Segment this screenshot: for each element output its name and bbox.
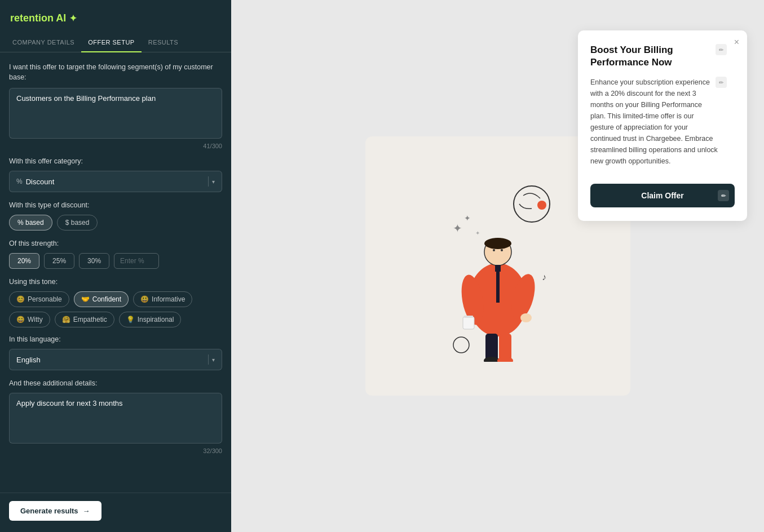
tone-label: Using this tone: (9, 278, 222, 286)
pencil-icon-3: ✏ (721, 193, 726, 199)
pencil-icon-2: ✏ (719, 79, 723, 86)
close-button[interactable]: × (734, 37, 739, 47)
category-chevron: ▾ (212, 179, 215, 185)
claim-btn-edit-icon[interactable]: ✏ (718, 190, 729, 201)
personable-label: Personable (28, 295, 62, 303)
category-dropdown[interactable]: % Discount ▾ (9, 171, 222, 192)
tab-results[interactable]: RESULTS (142, 33, 185, 52)
dropdown-divider (208, 176, 209, 187)
language-dropdown-divider (208, 354, 209, 365)
right-panel: ✏ ✦ ✦ ✦ ♪ (231, 0, 764, 532)
tone-witty-btn[interactable]: 😄 Witty (9, 312, 50, 327)
logo: retention AI ✦ (10, 12, 221, 24)
offer-title: Boost Your Billing Performance Now (590, 44, 719, 69)
form-area: I want this offer to target the followin… (0, 52, 231, 493)
witty-emoji: 😄 (16, 316, 25, 323)
logo-text: retention AI (10, 12, 66, 24)
pencil-icon: ✏ (719, 47, 723, 53)
tone-personable-btn[interactable]: 😊 Personable (9, 291, 69, 307)
language-dropdown[interactable]: English ▾ (9, 349, 222, 370)
tone-group-row2: 😄 Witty 🤗 Empathetic 💡 Inspirational (9, 312, 222, 327)
svg-point-17 (520, 313, 532, 322)
language-chevron: ▾ (212, 357, 215, 363)
left-panel: retention AI ✦ COMPANY DETAILS OFFER SET… (0, 0, 231, 532)
language-label: In this language: (9, 335, 222, 343)
strength-25-btn[interactable]: 25% (44, 253, 74, 269)
svg-text:✦: ✦ (453, 222, 462, 234)
tab-offer-setup[interactable]: OFFER SETUP (81, 33, 142, 52)
tone-inspirational-btn[interactable]: 💡 Inspirational (119, 312, 182, 327)
offer-title-row: Boost Your Billing Performance Now ✏ (590, 44, 735, 69)
generate-results-button[interactable]: Generate results → (9, 501, 101, 521)
svg-rect-16 (464, 316, 473, 318)
offer-body-edit-icon[interactable]: ✏ (716, 77, 727, 88)
empathetic-emoji: 🤗 (62, 316, 70, 323)
discount-type-group: % based $ based (9, 215, 222, 230)
strength-20-btn[interactable]: 20% (9, 253, 39, 269)
confident-label: Confident (92, 295, 121, 303)
svg-text:♪: ♪ (542, 272, 546, 282)
discount-dollar-btn[interactable]: $ based (57, 215, 98, 230)
offer-body: Enhance your subscription experience wit… (590, 77, 719, 167)
additional-char-count: 32/300 (9, 447, 222, 454)
tone-group-row1: 😊 Personable 🤝 Confident 😃 Informative (9, 291, 222, 307)
empathetic-label: Empathetic (73, 316, 107, 323)
segment-textarea[interactable]: Customers on the Billing Performance pla… (9, 88, 222, 139)
confident-emoji: 🤝 (81, 295, 90, 303)
tone-empathetic-btn[interactable]: 🤗 Empathetic (55, 312, 114, 327)
svg-point-22 (453, 337, 469, 353)
logo-spark: ✦ (69, 13, 77, 24)
svg-point-23 (484, 238, 511, 249)
informative-label: Informative (152, 295, 185, 303)
category-value: Discount (26, 178, 55, 186)
discount-type-label: With this type of discount: (9, 201, 222, 209)
offer-title-edit-icon[interactable]: ✏ (716, 44, 727, 55)
svg-rect-15 (463, 317, 474, 329)
category-label: With this offer category: (9, 157, 222, 165)
informative-emoji: 😃 (140, 295, 149, 303)
svg-rect-11 (496, 272, 500, 303)
generate-label: Generate results (20, 507, 78, 515)
segment-char-count: 41/300 (9, 143, 222, 149)
discount-pct-btn[interactable]: % based (9, 215, 52, 230)
language-dropdown-wrap: English ▾ (9, 349, 222, 370)
strength-label: Of this strength: (9, 240, 222, 247)
category-dropdown-wrap: % Discount ▾ (9, 171, 222, 192)
svg-point-8 (493, 249, 495, 251)
offer-body-row: Enhance your subscription experience wit… (590, 77, 735, 167)
generate-arrow: → (83, 507, 90, 515)
claim-offer-button[interactable]: Claim Offer ✏ (590, 184, 735, 207)
svg-text:✦: ✦ (464, 214, 471, 223)
svg-point-4 (537, 201, 546, 210)
svg-point-9 (501, 249, 503, 251)
segment-label: I want this offer to target the followin… (9, 63, 222, 82)
additional-textarea[interactable]: Apply discount for next 3 months (9, 393, 222, 444)
nav-tabs: COMPANY DETAILS OFFER SETUP RESULTS (0, 33, 231, 52)
strength-custom-input[interactable] (114, 253, 159, 269)
tab-company-details[interactable]: COMPANY DETAILS (6, 33, 81, 52)
inspirational-label: Inspirational (138, 316, 174, 323)
personable-emoji: 😊 (16, 295, 25, 303)
offer-details-panel: × Boost Your Billing Performance Now ✏ E… (578, 30, 747, 221)
panel-footer: Generate results → (0, 493, 231, 532)
tone-informative-btn[interactable]: 😃 Informative (133, 291, 192, 307)
category-icon: % (16, 178, 23, 185)
strength-group: 20% 25% 30% (9, 253, 222, 269)
svg-rect-10 (495, 265, 501, 272)
inspirational-emoji: 💡 (126, 316, 135, 323)
logo-area: retention AI ✦ (0, 0, 231, 30)
claim-btn-label: Claim Offer (641, 191, 683, 200)
svg-text:✦: ✦ (475, 230, 480, 236)
language-value: English (16, 356, 41, 364)
witty-label: Witty (28, 316, 43, 323)
strength-30-btn[interactable]: 30% (79, 253, 109, 269)
additional-label: And these additional details: (9, 379, 222, 387)
illustration: ✦ ✦ ✦ ♪ (419, 170, 577, 362)
tone-confident-btn[interactable]: 🤝 Confident (74, 291, 129, 307)
